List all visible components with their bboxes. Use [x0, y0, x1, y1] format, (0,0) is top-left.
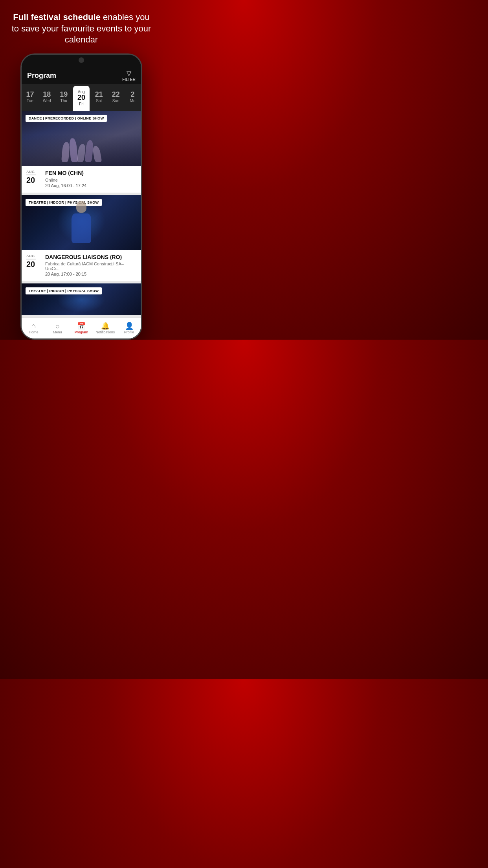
date-dayname: Wed [43, 99, 51, 103]
actor-body [72, 213, 91, 243]
date-dayname: Fri [79, 102, 84, 106]
nav-label-program: Program [75, 330, 88, 334]
event-day-2: 20 [26, 260, 35, 268]
date-item-d17[interactable]: 17 Tue [22, 84, 39, 111]
app-screen: Program ▽ FILTER 17 Tue18 Wed19 ThuAug 2… [22, 66, 141, 339]
date-dayname: Tue [27, 99, 33, 103]
dance-silhouettes [62, 138, 101, 166]
event-venue-1: Online [45, 178, 136, 182]
event-details-1: FEN MO (CHN) Online 20 Aug, 16:00 - 17:2… [45, 170, 136, 188]
date-dayname: Mo [130, 99, 136, 103]
hero-section: Full festival schedule enables you to sa… [0, 8, 163, 53]
search-icon: ⌕ [55, 322, 60, 329]
nav-label-home: Home [29, 330, 38, 334]
event-info-2: AUG 20 DANGEROUS LIAISONS (RO) Fabrica d… [22, 250, 141, 281]
date-item-d22[interactable]: 22 Sun [107, 84, 124, 111]
date-dayname: Sun [112, 99, 119, 103]
filter-icon: ▽ [127, 70, 131, 77]
event-date-col-1: AUG 20 [26, 170, 40, 188]
date-day: 18 [43, 91, 51, 99]
actor-head [76, 201, 86, 213]
event-date-line-1 [26, 175, 36, 175]
event-image-2: THEATRE | INDOOR | PHYSICAL SHOW [22, 195, 141, 250]
filter-label: FILTER [122, 77, 136, 82]
date-item-d21[interactable]: 21 Sat [90, 84, 107, 111]
date-item-d19[interactable]: 19 Thu [55, 84, 72, 111]
filter-button[interactable]: ▽ FILTER [122, 70, 136, 82]
event-info-1: AUG 20 FEN MO (CHN) Online 20 Aug, 16:00… [22, 166, 141, 193]
date-dayname: Thu [61, 99, 67, 103]
nav-item-profile[interactable]: 👤 Profile [117, 318, 141, 338]
nav-label-menu: Menu [53, 330, 62, 334]
bottom-nav: ⌂ Home ⌕ Menu 📅 Program 🔔 Notifications … [22, 317, 141, 338]
date-dayname: Sat [96, 99, 102, 103]
event-date-col-2: AUG 20 [26, 254, 40, 277]
date-day: 17 [26, 91, 34, 99]
date-item-d18[interactable]: 18 Wed [39, 84, 55, 111]
profile-icon: 👤 [125, 322, 134, 329]
nav-label-notifications: Notifications [95, 330, 115, 334]
event-month-2: AUG [26, 254, 35, 258]
date-day: 20 [77, 94, 85, 102]
nav-label-profile: Profile [124, 330, 134, 334]
nav-item-program[interactable]: 📅 Program [70, 318, 94, 338]
event-title-2: DANGEROUS LIAISONS (RO) [45, 254, 136, 261]
event-title-1: FEN MO (CHN) [45, 170, 136, 177]
event-time-1: 20 Aug, 16:00 - 17:24 [45, 183, 136, 188]
event-card-2[interactable]: THEATRE | INDOOR | PHYSICAL SHOW AUG 20 … [22, 195, 141, 281]
hero-bold: Full festival schedule [13, 12, 101, 22]
date-day: 2 [131, 91, 135, 99]
dancer-1 [61, 142, 70, 162]
event-date-line-2 [26, 259, 36, 259]
app-header: Program ▽ FILTER [22, 66, 141, 84]
home-icon: ⌂ [31, 322, 36, 329]
dancer-5 [92, 146, 102, 162]
date-day: 21 [95, 91, 103, 99]
calendar-icon: 📅 [77, 322, 86, 329]
dancer-4 [85, 140, 94, 162]
phone-notch-bar [22, 55, 141, 66]
nav-item-menu[interactable]: ⌕ Menu [46, 318, 70, 338]
event-venue-2: Fabrica de Cultură IACM Construcții SA– … [45, 261, 136, 271]
event-month-1: AUG [26, 170, 35, 174]
event-tag-3: THEATRE | INDOOR | PHYSICAL SHOW [26, 287, 102, 294]
nav-item-home[interactable]: ⌂ Home [22, 318, 46, 338]
event-image-1: DANCE | PRERECORDED | ONLINE SHOW [22, 111, 141, 166]
date-item-d23[interactable]: 2 Mo [124, 84, 141, 111]
phone-camera [79, 57, 84, 63]
date-day: 22 [112, 91, 120, 99]
event-tag-1: DANCE | PRERECORDED | ONLINE SHOW [26, 115, 107, 122]
events-list: DANCE | PRERECORDED | ONLINE SHOW AUG 20… [22, 111, 141, 318]
date-item-d20[interactable]: Aug 20 Fri [73, 86, 90, 111]
event-day-1: 20 [26, 176, 35, 184]
date-day: 19 [60, 91, 68, 99]
event-details-2: DANGEROUS LIAISONS (RO) Fabrica de Cultu… [45, 254, 136, 277]
event-card-1[interactable]: DANCE | PRERECORDED | ONLINE SHOW AUG 20… [22, 111, 141, 193]
date-strip: 17 Tue18 Wed19 ThuAug 20 Fri21 Sat22 Sun… [22, 84, 141, 111]
actor-silhouette [68, 201, 95, 244]
phone-device: Program ▽ FILTER 17 Tue18 Wed19 ThuAug 2… [20, 53, 142, 340]
bell-icon: 🔔 [101, 322, 110, 329]
event-card-3[interactable]: THEATRE | INDOOR | PHYSICAL SHOW [22, 283, 141, 315]
event-image-3: THEATRE | INDOOR | PHYSICAL SHOW [22, 283, 141, 315]
event-time-2: 20 Aug, 17:00 - 20:15 [45, 272, 136, 276]
app-title: Program [27, 72, 56, 80]
nav-item-notifications[interactable]: 🔔 Notifications [93, 318, 117, 338]
